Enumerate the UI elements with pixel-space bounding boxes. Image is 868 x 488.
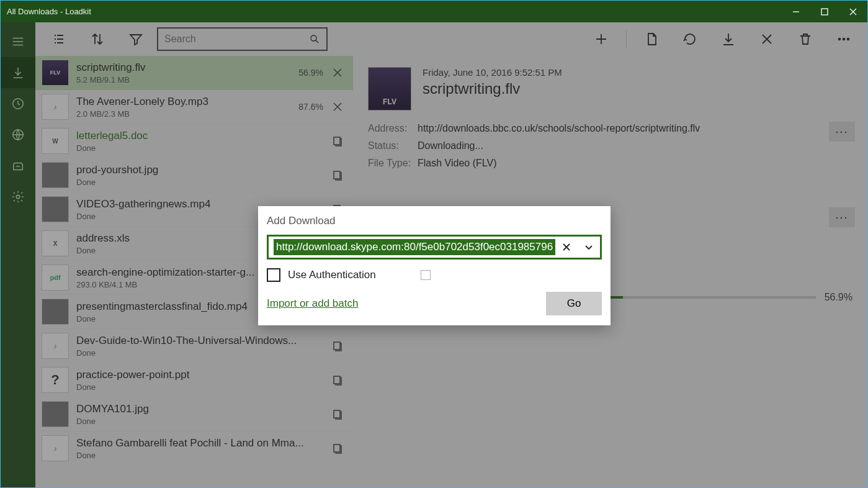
item-open-icon[interactable] <box>329 406 346 422</box>
toolbar-more-icon[interactable] <box>826 22 861 56</box>
dialog-title: Add Download <box>267 215 602 227</box>
item-open-icon[interactable] <box>329 167 346 183</box>
svg-point-3 <box>16 195 20 199</box>
close-button[interactable] <box>839 1 867 23</box>
toolbar-filter-icon[interactable] <box>119 22 153 56</box>
item-sub: Done <box>76 143 329 153</box>
url-field[interactable] <box>267 235 602 260</box>
item-name: Stefano Gambarelli feat Pochill - Land o… <box>76 437 329 450</box>
maximize-button[interactable] <box>810 1 839 23</box>
item-thumb: ♪ <box>42 435 69 461</box>
minimize-button[interactable] <box>782 1 810 23</box>
toolbar-download-icon[interactable] <box>711 22 746 56</box>
window-title: All Downloads - Loadkit <box>1 7 782 16</box>
list-item[interactable]: ♪The Avener-Lonely Boy.mp32.0 MB/2.3 MB8… <box>35 90 353 124</box>
use-auth-label: Use Authentication <box>288 269 376 281</box>
item-thumb: ? <box>42 367 69 393</box>
item-sub: Done <box>76 417 329 426</box>
toolbar-delete-icon[interactable] <box>788 22 823 56</box>
svg-point-7 <box>848 38 849 40</box>
item-thumb <box>42 401 69 427</box>
item-open-icon[interactable] <box>329 133 346 149</box>
toolbar-file-icon[interactable] <box>634 22 669 56</box>
list-item[interactable]: FLVscriptwriting.flv5.2 MB/9.1 MB56.9% <box>35 56 353 90</box>
toolbar-add-icon[interactable] <box>584 22 619 56</box>
detail-more-button-2[interactable]: ··· <box>829 207 855 227</box>
hamburger-button[interactable] <box>1 26 35 57</box>
secondary-checkbox[interactable] <box>421 270 431 280</box>
list-item[interactable]: ♪Dev-Guide-to-Win10-The-Universal-Window… <box>35 329 353 363</box>
clear-url-icon[interactable] <box>555 243 578 251</box>
svg-rect-14 <box>334 376 340 384</box>
detail-more-button-1[interactable]: ··· <box>829 122 855 142</box>
svg-rect-15 <box>334 410 340 418</box>
toolbar <box>35 22 867 56</box>
toolbar-cancel-icon[interactable] <box>749 22 784 56</box>
progress-pct: 56.9% <box>825 292 852 303</box>
sidebar <box>1 22 35 487</box>
sidebar-settings[interactable] <box>1 181 35 212</box>
item-thumb <box>42 162 69 188</box>
item-sub: Done <box>76 451 329 460</box>
detail-filetype-label: File Type: <box>368 158 418 169</box>
sidebar-downloads[interactable] <box>1 57 35 88</box>
item-open-icon[interactable] <box>329 372 346 388</box>
use-auth-checkbox[interactable] <box>267 268 280 282</box>
item-thumb <box>42 299 69 325</box>
list-item[interactable]: DOMYA101.jpgDone <box>35 397 353 432</box>
item-open-icon[interactable] <box>329 440 346 456</box>
detail-status-label: Status: <box>368 140 418 151</box>
item-name: practice-power-point.ppt <box>76 369 329 381</box>
item-name: letterlegal5.doc <box>76 130 329 142</box>
detail-address: http://downloads.bbc.co.uk/schools/schoo… <box>418 123 852 134</box>
item-cancel-icon[interactable] <box>329 99 346 115</box>
import-batch-link[interactable]: Import or add batch <box>267 297 358 310</box>
list-item[interactable]: prod-yourshot.jpgDone <box>35 158 353 192</box>
item-sub: 2.0 MB/2.3 MB <box>76 109 289 119</box>
toolbar-separator <box>626 30 627 48</box>
detail-title: scriptwriting.flv <box>423 80 562 97</box>
item-thumb: X <box>42 230 69 256</box>
item-thumb: ♪ <box>42 94 69 120</box>
svg-point-5 <box>839 38 841 40</box>
svg-rect-16 <box>334 445 340 452</box>
item-cancel-icon[interactable] <box>329 65 346 81</box>
svg-rect-13 <box>334 342 340 350</box>
svg-point-4 <box>311 35 316 41</box>
detail-thumb: FLV <box>368 67 411 111</box>
sidebar-archive[interactable] <box>1 150 35 181</box>
item-thumb: FLV <box>42 60 69 86</box>
item-open-icon[interactable] <box>329 338 346 354</box>
go-button[interactable]: Go <box>546 292 602 315</box>
item-thumb: ♪ <box>42 333 69 359</box>
item-pct: 87.6% <box>295 102 323 112</box>
item-thumb <box>42 196 69 222</box>
search-box[interactable] <box>157 27 328 51</box>
toolbar-list-icon[interactable] <box>42 22 76 56</box>
item-pct: 56.9% <box>295 68 323 78</box>
list-item[interactable]: ♪Stefano Gambarelli feat Pochill - Land … <box>35 432 353 466</box>
item-name: prod-yourshot.jpg <box>76 164 329 176</box>
item-sub: Done <box>76 178 329 187</box>
search-icon <box>309 34 320 45</box>
search-input[interactable] <box>164 34 309 45</box>
sidebar-scheduled[interactable] <box>1 88 35 119</box>
toolbar-sort-icon[interactable] <box>80 22 115 56</box>
list-item[interactable]: Wletterlegal5.docDone <box>35 124 353 158</box>
detail-filetype: Flash Video (FLV) <box>418 158 852 169</box>
detail-date: Friday, June 10, 2016 9:52:51 PM <box>423 67 562 78</box>
detail-status: Downloading... <box>418 140 852 151</box>
chevron-down-icon[interactable] <box>578 243 600 251</box>
item-sub: 5.2 MB/9.1 MB <box>76 75 289 84</box>
item-thumb: pdf <box>42 264 69 291</box>
item-name: Dev-Guide-to-Win10-The-Universal-Windows… <box>76 335 329 347</box>
url-input[interactable] <box>274 239 555 255</box>
toolbar-refresh-icon[interactable] <box>673 22 707 56</box>
item-name: DOMYA101.jpg <box>76 403 329 415</box>
add-download-dialog: Add Download Use Authentication Import o… <box>258 206 611 325</box>
titlebar: All Downloads - Loadkit <box>0 0 868 22</box>
detail-address-label: Address: <box>368 123 418 134</box>
sidebar-web[interactable] <box>1 119 35 150</box>
item-name: scriptwriting.flv <box>76 61 289 74</box>
list-item[interactable]: ?practice-power-point.pptDone <box>35 363 353 397</box>
